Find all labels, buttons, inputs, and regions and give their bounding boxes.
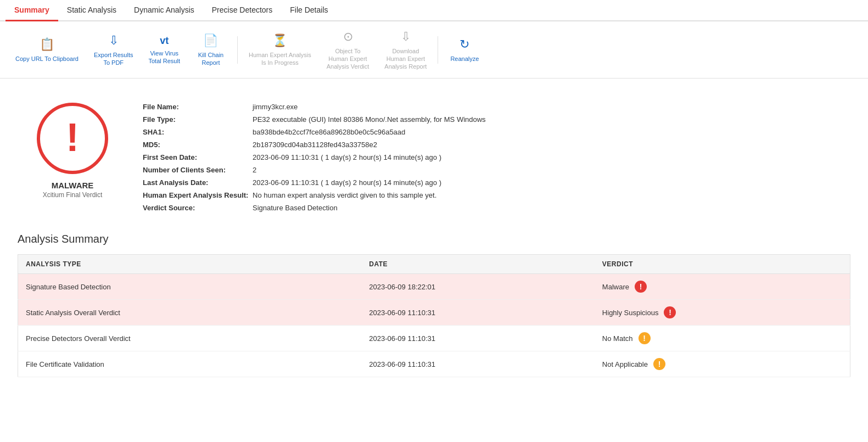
view-vt-button[interactable]: vt View VirusTotal Result xyxy=(142,31,186,69)
sha1-val: ba938bde4b2ccf7fce86a89628b0e0c5c96a5aad xyxy=(253,128,405,136)
file-type-key: File Type: xyxy=(143,115,253,124)
file-type-val: PE32 executable (GUI) Intel 80386 Mono/.… xyxy=(253,115,486,124)
cell-date: 2023-06-09 11:10:31 xyxy=(361,326,595,351)
copy-url-button[interactable]: 📋 Copy URL To Clipboard xyxy=(9,33,85,66)
copy-url-label: Copy URL To Clipboard xyxy=(15,55,79,63)
cell-date: 2023-06-09 11:10:31 xyxy=(361,300,595,326)
export-pdf-icon: ⇩ xyxy=(109,33,119,49)
kill-chain-icon: 📄 xyxy=(203,33,218,49)
col-date: DATE xyxy=(361,255,595,274)
clients-val: 2 xyxy=(253,166,256,174)
vt-icon: vt xyxy=(160,35,169,47)
md5-val: 2b187309cd04ab31128fed43a33758e2 xyxy=(253,141,377,149)
last-analysis-val: 2023-06-09 11:10:31 ( 1 day(s) 2 hour(s)… xyxy=(253,178,441,187)
file-detail-row-clients: Number of Clients Seen: 2 xyxy=(143,166,850,174)
tab-precise-detectors[interactable]: Precise Detectors xyxy=(203,0,281,21)
cell-analysis-type: Precise Detectors Overall Verdict xyxy=(18,326,362,351)
warning-badge: ! xyxy=(639,332,651,344)
human-expert-key: Human Expert Analysis Result: xyxy=(143,191,253,199)
file-info-section: ! MALWARE Xcitium Final Verdict File Nam… xyxy=(18,92,850,233)
view-vt-label: View VirusTotal Result xyxy=(148,49,180,65)
download-human-icon: ⇩ xyxy=(401,29,411,45)
file-detail-row-verdict-source: Verdict Source: Signature Based Detectio… xyxy=(143,204,850,212)
first-seen-key: First Seen Date: xyxy=(143,153,253,161)
md5-key: MD5: xyxy=(143,141,253,149)
reanalyze-label: Reanalyze xyxy=(450,55,479,63)
file-name-val: jimmy3kcr.exe xyxy=(253,103,298,111)
cell-analysis-type: Signature Based Detection xyxy=(18,274,362,300)
file-detail-row-last-analysis: Last Analysis Date: 2023-06-09 11:10:31 … xyxy=(143,178,850,187)
verdict-text: Highly Suspicious xyxy=(602,309,659,317)
verdict-source-key: Verdict Source: xyxy=(143,204,253,212)
cell-date: 2023-06-09 18:22:01 xyxy=(361,274,595,300)
analysis-table: ANALYSIS TYPE DATE VERDICT Signature Bas… xyxy=(18,254,850,377)
object-human-label: Object ToHuman ExpertAnalysis Verdict xyxy=(327,47,369,71)
first-seen-val: 2023-06-09 11:10:31 ( 1 day(s) 2 hour(s)… xyxy=(253,153,441,161)
table-row: Precise Detectors Overall Verdict2023-06… xyxy=(18,326,850,351)
table-row: Static Analysis Overall Verdict2023-06-0… xyxy=(18,300,850,326)
copy-url-icon: 📋 xyxy=(40,37,54,53)
cell-analysis-type: Static Analysis Overall Verdict xyxy=(18,300,362,326)
table-header-row: ANALYSIS TYPE DATE VERDICT xyxy=(18,255,850,274)
clients-key: Number of Clients Seen: xyxy=(143,166,253,174)
cell-date: 2023-06-09 11:10:31 xyxy=(361,351,595,377)
file-detail-row-type: File Type: PE32 executable (GUI) Intel 8… xyxy=(143,115,850,124)
verdict-sublabel: Xcitium Final Verdict xyxy=(43,191,103,199)
human-expert-val: No human expert analysis verdict given t… xyxy=(253,191,436,199)
danger-badge: ! xyxy=(635,281,647,293)
reanalyze-icon: ↻ xyxy=(460,37,469,53)
download-human-label: DownloadHuman ExpertAnalysis Report xyxy=(384,47,427,71)
verdict-circle: ! xyxy=(37,103,108,174)
cell-verdict: No Match! xyxy=(595,326,850,351)
reanalyze-button[interactable]: ↻ Reanalyze xyxy=(443,33,486,66)
export-pdf-label: Export ResultsTo PDF xyxy=(94,51,133,67)
file-name-key: File Name: xyxy=(143,103,253,111)
last-analysis-key: Last Analysis Date: xyxy=(143,178,253,187)
cell-analysis-type: File Certificate Validation xyxy=(18,351,362,377)
toolbar: 📋 Copy URL To Clipboard ⇩ Export Results… xyxy=(0,21,868,79)
file-detail-row-human-expert: Human Expert Analysis Result: No human e… xyxy=(143,191,850,199)
human-expert-button: ⏳ Human Expert AnalysisIs In Progress xyxy=(242,30,318,70)
verdict-text: Malware xyxy=(602,283,629,291)
tab-file-details[interactable]: File Details xyxy=(281,0,337,21)
col-analysis-type: ANALYSIS TYPE xyxy=(18,255,362,274)
verdict-text: No Match xyxy=(602,334,633,343)
analysis-summary-title: Analysis Summary xyxy=(18,233,850,245)
danger-badge: ! xyxy=(664,306,676,318)
verdict-text: Not Applicable xyxy=(602,360,648,368)
sha1-key: SHA1: xyxy=(143,128,253,136)
warning-badge: ! xyxy=(653,358,665,370)
file-details-table: File Name: jimmy3kcr.exe File Type: PE32… xyxy=(143,103,850,216)
tab-static-analysis[interactable]: Static Analysis xyxy=(58,0,125,21)
object-human-button: ⊙ Object ToHuman ExpertAnalysis Verdict xyxy=(320,26,376,74)
verdict-wrap: ! MALWARE Xcitium Final Verdict xyxy=(29,103,116,199)
file-detail-row-sha1: SHA1: ba938bde4b2ccf7fce86a89628b0e0c5c9… xyxy=(143,128,850,136)
toolbar-divider-2 xyxy=(438,36,438,64)
verdict-exclaim-icon: ! xyxy=(66,118,79,157)
table-row: Signature Based Detection2023-06-09 18:2… xyxy=(18,274,850,300)
toolbar-divider-1 xyxy=(237,36,238,64)
verdict-source-val: Signature Based Detection xyxy=(253,204,338,212)
file-detail-row-first-seen: First Seen Date: 2023-06-09 11:10:31 ( 1… xyxy=(143,153,850,161)
col-verdict: VERDICT xyxy=(595,255,850,274)
tab-summary[interactable]: Summary xyxy=(5,0,58,21)
main-content: ! MALWARE Xcitium Final Verdict File Nam… xyxy=(0,79,868,390)
verdict-label: MALWARE xyxy=(52,181,94,190)
cell-verdict: Malware! xyxy=(595,274,850,300)
human-expert-label: Human Expert AnalysisIs In Progress xyxy=(249,51,311,67)
kill-chain-button[interactable]: 📄 Kill ChainReport xyxy=(189,30,233,70)
object-human-icon: ⊙ xyxy=(343,29,353,45)
file-detail-row-md5: MD5: 2b187309cd04ab31128fed43a33758e2 xyxy=(143,141,850,149)
human-expert-icon: ⏳ xyxy=(272,33,287,49)
cell-verdict: Not Applicable! xyxy=(595,351,850,377)
table-row: File Certificate Validation2023-06-09 11… xyxy=(18,351,850,377)
download-human-button: ⇩ DownloadHuman ExpertAnalysis Report xyxy=(378,26,433,74)
file-detail-row-name: File Name: jimmy3kcr.exe xyxy=(143,103,850,111)
export-pdf-button[interactable]: ⇩ Export ResultsTo PDF xyxy=(87,30,140,70)
kill-chain-label: Kill ChainReport xyxy=(198,51,223,67)
nav-tabs: Summary Static Analysis Dynamic Analysis… xyxy=(0,0,868,21)
cell-verdict: Highly Suspicious! xyxy=(595,300,850,326)
tab-dynamic-analysis[interactable]: Dynamic Analysis xyxy=(125,0,203,21)
